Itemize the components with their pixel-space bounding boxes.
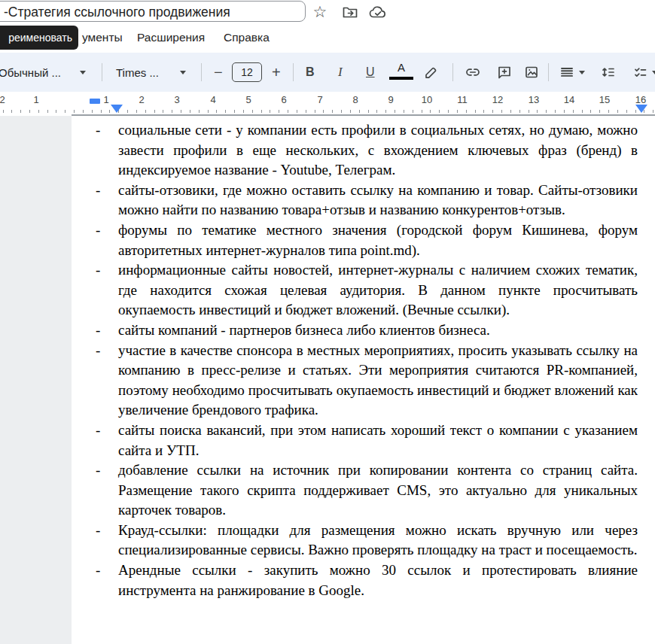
insert-link-icon[interactable]	[464, 53, 482, 92]
toolbar-divider	[293, 63, 294, 81]
menu-item[interactable]: ументы	[81, 28, 124, 47]
bullet-marker: -	[96, 460, 118, 521]
ruler-number: 6	[281, 94, 286, 105]
ruler-number: 4	[210, 94, 215, 105]
list-item[interactable]: - социальные сети - у компании есть проф…	[96, 120, 638, 181]
list-item[interactable]: - сайты-отзовики, где можно оставить ссы…	[96, 181, 638, 220]
list-item[interactable]: - сайты компаний - партнеров бизнеса либ…	[96, 320, 638, 341]
font-size-input[interactable]: 12	[232, 62, 262, 82]
ruler-number: 9	[388, 94, 393, 105]
rename-tooltip: реименовать	[0, 26, 78, 50]
move-to-folder-icon[interactable]	[340, 2, 360, 22]
ruler-number: 2	[139, 94, 144, 105]
menu-bar: ументы Расширения Справка реименовать	[0, 24, 655, 53]
ruler-number: 5	[245, 94, 251, 105]
italic-button[interactable]: I	[338, 53, 343, 92]
add-comment-icon[interactable]	[495, 53, 513, 92]
paragraph-style-selector[interactable]: Обычный ...	[0, 53, 61, 92]
star-icon[interactable]: ☆	[310, 2, 330, 22]
ruler-number: 7	[317, 94, 322, 105]
bullet-marker: -	[96, 181, 118, 220]
list-item-text[interactable]: добавление ссылки на источник при копиро…	[118, 460, 638, 521]
bullet-marker: -	[96, 260, 118, 320]
left-indent-marker[interactable]	[111, 105, 123, 113]
title-bar: -Стратегия ссылочного продвижения ☆	[0, 0, 655, 24]
ruler-number: 14	[564, 94, 574, 105]
menu-item[interactable]: Справка	[222, 28, 271, 47]
ruler-number: 1	[33, 94, 38, 105]
menu-item[interactable]: Расширения	[136, 28, 206, 47]
ruler-number: 12	[492, 94, 503, 105]
bullet-marker: -	[96, 521, 118, 560]
list-item-text[interactable]: Крауд-ссылки: площадки для размещения мо…	[118, 521, 638, 560]
bullet-marker: -	[96, 120, 118, 181]
text-color-button[interactable]: A	[392, 61, 410, 74]
list-item-text[interactable]: социальные сети - у компании есть профил…	[118, 120, 638, 181]
document-area: - социальные сети - у компании есть проф…	[0, 116, 655, 644]
list-item[interactable]: - форумы по тематике местного значения (…	[96, 220, 638, 260]
right-indent-marker[interactable]	[635, 105, 647, 113]
ruler-number: 16	[635, 94, 646, 105]
list-item-text[interactable]: сайты поиска вакансий, при этом написать…	[118, 421, 638, 460]
insert-image-icon[interactable]	[522, 53, 541, 92]
list-item-text[interactable]: форумы по тематике местного значения (го…	[118, 220, 638, 260]
list-item[interactable]: - Крауд-ссылки: площадки для размещения …	[96, 521, 638, 560]
ruler-number: 1	[103, 94, 108, 105]
increase-font-size-button[interactable]: +	[272, 53, 281, 92]
chevron-down-icon[interactable]	[180, 53, 186, 92]
document-page[interactable]: - социальные сети - у компании есть проф…	[72, 116, 655, 644]
line-spacing-icon[interactable]	[599, 53, 617, 92]
list-item-text[interactable]: информационные сайты новостей, интернет-…	[118, 260, 638, 320]
list-item-text[interactable]: сайты-отзовики, где можно оставить ссылк…	[118, 181, 638, 220]
ruler-number: 3	[174, 94, 179, 105]
document-title-input[interactable]: -Стратегия ссылочного продвижения	[0, 1, 306, 22]
ruler[interactable]: 2 1 1 2 3 4 5 6 7 8 9 10 11 12 13 1	[0, 92, 655, 116]
list-item[interactable]: - добавление ссылки на источник при копи…	[96, 460, 638, 521]
bold-button[interactable]: B	[306, 53, 315, 92]
toolbar-divider	[548, 63, 549, 81]
bullet-marker: -	[96, 560, 118, 600]
cloud-saved-icon[interactable]	[368, 2, 388, 22]
first-line-indent-marker[interactable]	[90, 99, 100, 104]
list-item-text[interactable]: Арендные ссылки - закупить можно 30 ссыл…	[118, 560, 638, 600]
underline-button[interactable]: U	[366, 53, 375, 92]
list-item[interactable]: - Арендные ссылки - закупить можно 30 сс…	[96, 560, 638, 600]
ruler-number: 11	[457, 94, 468, 105]
decrease-font-size-button[interactable]: −	[214, 53, 223, 92]
list-item-text[interactable]: сайты компаний - партнеров бизнеса либо …	[118, 320, 638, 341]
bullet-list: - социальные сети - у компании есть проф…	[96, 120, 638, 600]
align-justify-icon[interactable]	[558, 53, 576, 92]
checklist-icon[interactable]	[632, 53, 653, 92]
ruler-number: 10	[422, 94, 432, 105]
toolbar-divider	[102, 63, 102, 81]
ruler-number: 2	[0, 94, 5, 105]
text-color-swatch	[389, 77, 413, 80]
chevron-down-icon[interactable]	[80, 53, 86, 92]
ruler-number: 8	[352, 94, 358, 105]
list-item[interactable]: - сайты поиска вакансий, при этом написа…	[96, 421, 638, 460]
font-selector[interactable]: Times ...	[116, 53, 159, 92]
bullet-marker: -	[96, 220, 118, 260]
highlighter-icon[interactable]	[422, 53, 440, 92]
toolbar-divider	[452, 63, 453, 81]
chevron-down-icon[interactable]	[579, 53, 585, 92]
list-item[interactable]: - информационные сайты новостей, интерне…	[96, 260, 638, 320]
ruler-number: 13	[529, 94, 539, 105]
chevron-down-icon[interactable]	[652, 53, 655, 92]
bullet-marker: -	[96, 341, 118, 421]
toolbar-divider	[201, 63, 202, 81]
bullet-marker: -	[96, 421, 118, 460]
list-item-text[interactable]: участие в качестве спонсора в местных ме…	[118, 341, 638, 421]
toolbar: Обычный ... Times ... − 12 + B I U A	[0, 53, 655, 92]
page-margin-backdrop	[0, 116, 72, 644]
ruler-number: 15	[599, 94, 610, 105]
bullet-marker: -	[96, 320, 118, 341]
list-item[interactable]: - участие в качестве спонсора в местных …	[96, 341, 638, 421]
